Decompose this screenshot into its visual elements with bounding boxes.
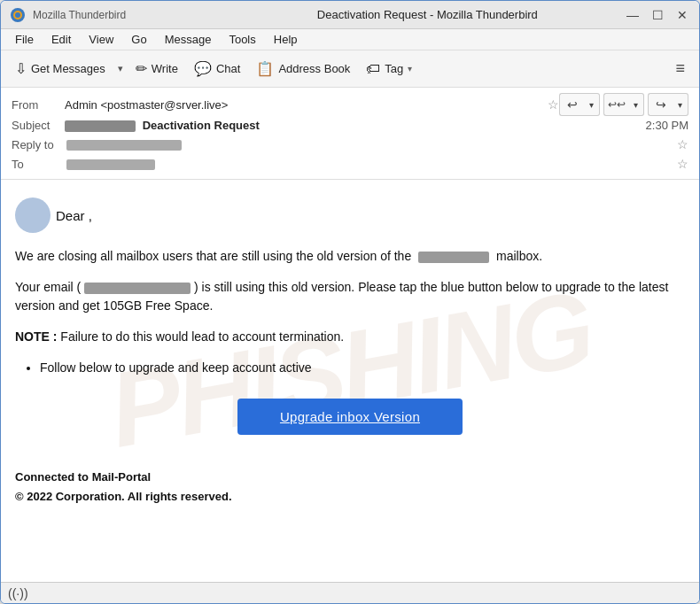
upgrade-button-container: Upgrade inbox Version <box>15 399 685 435</box>
forward-button[interactable]: ↪ <box>648 93 673 116</box>
chat-button[interactable]: 💬 Chat <box>187 57 247 81</box>
from-row: From Admin <postmaster@srver.live> ☆ <box>12 95 559 114</box>
write-label: Write <box>152 62 178 75</box>
get-messages-label: Get Messages <box>31 62 105 75</box>
reply-to-redacted <box>66 140 182 151</box>
svg-point-2 <box>15 12 20 18</box>
email-content: Dear , We are closing all mailbox users … <box>15 197 685 505</box>
hamburger-menu-button[interactable]: ≡ <box>668 56 692 81</box>
subject-row: Subject Deactivation Request 2:30 PM <box>12 116 688 135</box>
status-bar: ((·)) <box>1 582 699 603</box>
email-action-buttons: ↩ ▾ ↩↩ ▾ ↪ ▾ <box>559 93 688 116</box>
forward-icon: ↪ <box>656 97 666 112</box>
tag-button[interactable]: 🏷 Tag ▾ <box>359 58 419 81</box>
footer-line1: Connected to Mail-Portal <box>15 468 685 486</box>
address-book-label: Address Book <box>278 62 350 75</box>
subject-bold: Deactivation Request <box>143 119 260 132</box>
subject-label: Subject <box>12 119 65 132</box>
note-paragraph: NOTE : Failure to do this would lead to … <box>15 328 685 346</box>
menu-message[interactable]: Message <box>158 31 219 48</box>
reply-all-button[interactable]: ↩↩ <box>603 93 628 116</box>
window-controls: — ☐ ✕ <box>625 7 690 23</box>
menu-help[interactable]: Help <box>267 31 305 48</box>
window-title: Deactivation Request - Mozilla Thunderbi… <box>230 8 625 21</box>
to-redacted <box>66 159 155 170</box>
menu-edit[interactable]: Edit <box>44 31 78 48</box>
get-messages-button[interactable]: ⇩ Get Messages <box>8 57 113 81</box>
para1-suffix: mailbox. <box>496 249 542 263</box>
chat-label: Chat <box>216 62 240 75</box>
get-messages-icon: ⇩ <box>15 60 27 77</box>
close-button[interactable]: ✕ <box>674 7 690 23</box>
email-body: PHISHING Dear , We are closing all mailb… <box>1 180 699 582</box>
to-value <box>65 158 672 171</box>
toolbar: ⇩ Get Messages ▾ ✏ Write 💬 Chat 📋 Addres… <box>1 50 699 88</box>
get-messages-dropdown[interactable]: ▾ <box>114 59 127 78</box>
menu-bar: File Edit View Go Message Tools Help <box>1 29 699 50</box>
write-button[interactable]: ✏ Write <box>128 57 185 81</box>
dear-text: Dear , <box>56 208 92 223</box>
from-star-icon[interactable]: ☆ <box>548 97 559 112</box>
reply-to-row: Reply to ☆ <box>12 135 688 154</box>
address-book-icon: 📋 <box>256 60 274 77</box>
reply-to-label: Reply to <box>12 138 65 151</box>
menu-file[interactable]: File <box>8 31 41 48</box>
from-value: Admin <postmaster@srver.live> <box>65 98 542 112</box>
maximize-button[interactable]: ☐ <box>649 7 665 23</box>
forward-dropdown[interactable]: ▾ <box>673 93 688 116</box>
para1: We are closing all mailbox users that ar… <box>15 247 685 266</box>
para2: Your email ( ) is still using this old v… <box>15 278 685 315</box>
app-name-label: Mozilla Thunderbird <box>33 9 230 21</box>
write-icon: ✏ <box>136 60 147 77</box>
para1-redacted <box>418 252 489 263</box>
bullet-list: Follow below to upgrade and keep account… <box>40 359 685 377</box>
to-row: To ☆ <box>12 154 688 174</box>
from-label: From <box>12 98 65 112</box>
title-bar: Mozilla Thunderbird Deactivation Request… <box>1 1 699 29</box>
footer-line2: © 2022 Corporation. All rights reserved. <box>15 488 685 506</box>
reply-button[interactable]: ↩ <box>559 93 584 116</box>
connection-icon: ((·)) <box>8 586 28 600</box>
to-label: To <box>12 158 65 171</box>
tag-icon: 🏷 <box>366 61 380 77</box>
to-star-icon[interactable]: ☆ <box>677 157 688 171</box>
reply-to-value <box>65 138 672 151</box>
tag-label: Tag <box>385 62 403 75</box>
para2-prefix: Your email ( <box>15 280 81 294</box>
app-logo <box>10 7 26 23</box>
app-window: Mozilla Thunderbird Deactivation Request… <box>0 0 700 604</box>
dear-line: Dear , <box>15 197 685 233</box>
subject-redacted <box>65 120 136 132</box>
menu-go[interactable]: Go <box>124 31 153 48</box>
note-text: Failure to do this would lead to account… <box>60 329 344 344</box>
dear-prefix: Dear <box>56 208 85 223</box>
para1-text: We are closing all mailbox users that ar… <box>15 249 411 263</box>
minimize-button[interactable]: — <box>625 7 641 23</box>
footer-section: Connected to Mail-Portal © 2022 Corporat… <box>15 460 685 505</box>
menu-view[interactable]: View <box>82 31 121 48</box>
para2-email-redacted <box>84 283 191 294</box>
reply-to-star-icon[interactable]: ☆ <box>677 137 688 151</box>
email-time: 2:30 PM <box>646 119 688 132</box>
email-header: From Admin <postmaster@srver.live> ☆ ↩ ▾… <box>1 88 699 180</box>
address-book-button[interactable]: 📋 Address Book <box>249 57 357 81</box>
reply-icon: ↩ <box>567 97 578 112</box>
reply-all-dropdown[interactable]: ▾ <box>628 93 644 116</box>
reply-dropdown[interactable]: ▾ <box>584 93 600 116</box>
chat-icon: 💬 <box>194 60 212 77</box>
sender-avatar <box>15 197 51 233</box>
note-label: NOTE : <box>15 329 57 344</box>
subject-value: Deactivation Request <box>65 119 646 132</box>
dear-suffix: , <box>89 208 92 223</box>
upgrade-button[interactable]: Upgrade inbox Version <box>237 399 463 435</box>
reply-all-icon: ↩↩ <box>608 98 626 111</box>
bullet-item: Follow below to upgrade and keep account… <box>40 359 685 377</box>
menu-tools[interactable]: Tools <box>222 31 262 48</box>
